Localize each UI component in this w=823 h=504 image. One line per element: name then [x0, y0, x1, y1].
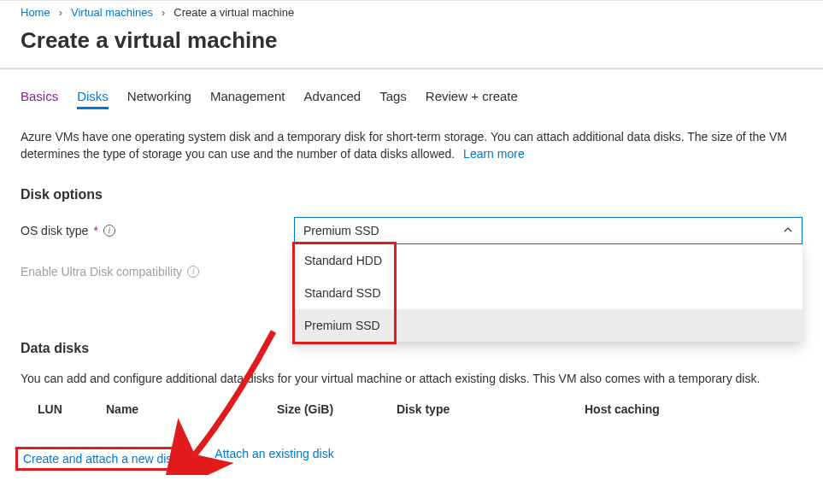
os-disk-type-value: Premium SSD [303, 224, 379, 237]
column-host-caching: Host caching [585, 402, 802, 416]
chevron-right-icon: › [162, 6, 165, 19]
required-asterisk: * [93, 224, 97, 237]
info-icon[interactable]: i [103, 225, 115, 237]
breadcrumb-home[interactable]: Home [21, 6, 50, 19]
annotation-highlight-box: Create and attach a new disk [15, 447, 185, 471]
breadcrumb-virtual-machines[interactable]: Virtual machines [71, 6, 153, 19]
disk-options-heading: Disk options [21, 187, 802, 202]
os-disk-type-label: OS disk type * i [21, 224, 294, 237]
tab-review-create[interactable]: Review + create [426, 89, 518, 109]
tab-tags[interactable]: Tags [379, 89, 407, 109]
disk-type-option-standard-hdd[interactable]: Standard HDD [294, 244, 802, 277]
page-title: Create a virtual machine [0, 22, 823, 67]
learn-more-link[interactable]: Learn more [463, 147, 525, 161]
disk-type-option-premium-ssd[interactable]: Premium SSD [294, 309, 802, 342]
tab-management[interactable]: Management [210, 89, 285, 109]
tab-networking[interactable]: Networking [127, 89, 191, 109]
column-size: Size (GiB) [277, 402, 397, 416]
data-disks-heading: Data disks [21, 341, 802, 356]
create-attach-new-disk-link[interactable]: Create and attach a new disk [23, 452, 178, 466]
chevron-up-icon [783, 224, 793, 237]
column-lun: LUN [21, 402, 106, 416]
os-disk-type-dropdown: Standard HDD Standard SSD Premium SSD [294, 244, 802, 342]
tab-disks[interactable]: Disks [77, 89, 109, 109]
tab-strip: Basics Disks Networking Management Advan… [21, 89, 802, 109]
disk-type-option-standard-ssd[interactable]: Standard SSD [294, 277, 802, 309]
attach-existing-disk-link[interactable]: Attach an existing disk [215, 447, 333, 471]
disks-helper-text: Azure VMs have one operating system disk… [21, 128, 802, 163]
chevron-right-icon: › [59, 6, 62, 19]
data-disks-table-header: LUN Name Size (GiB) Disk type Host cachi… [21, 402, 802, 416]
column-name: Name [106, 402, 277, 416]
info-icon[interactable]: i [187, 266, 199, 278]
column-disk-type: Disk type [397, 402, 585, 416]
tab-advanced[interactable]: Advanced [303, 89, 361, 109]
breadcrumb: Home › Virtual machines › Create a virtu… [0, 1, 823, 22]
data-disks-helper-text: You can add and configure additional dat… [21, 370, 802, 387]
disk-actions-row: Create and attach a new disk Attach an e… [21, 447, 802, 471]
enable-ultra-disk-label: Enable Ultra Disk compatibility i [21, 265, 294, 278]
tab-basics[interactable]: Basics [21, 89, 58, 109]
breadcrumb-current: Create a virtual machine [173, 6, 294, 19]
os-disk-type-select[interactable]: Premium SSD [294, 217, 802, 244]
